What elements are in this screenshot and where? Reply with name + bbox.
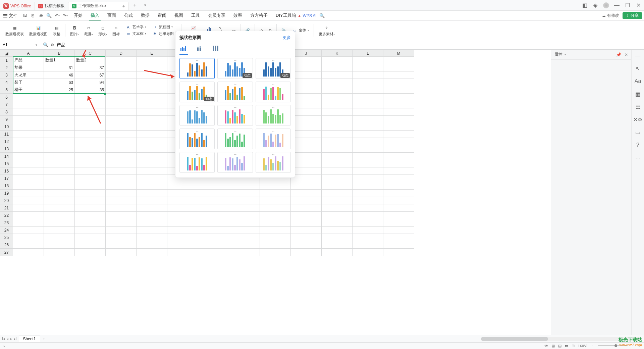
cell-A24[interactable] [13,227,44,234]
cell-K22[interactable] [322,212,353,219]
cell-J18[interactable] [291,182,322,190]
col-header-C[interactable]: C [75,50,106,57]
cell-M14[interactable] [383,153,414,160]
fullscreen-icon[interactable]: ⤢ [638,344,641,348]
search-icon[interactable]: 🔍 [319,13,325,18]
cell-E22[interactable] [137,212,167,219]
cell-K18[interactable] [322,182,353,190]
chart-template-14[interactable]: ▪▪▪ [256,152,291,173]
cell-J9[interactable] [291,116,322,123]
cell-B6[interactable] [44,94,75,101]
row-header-17[interactable]: 17 [0,175,13,182]
settings-icon[interactable]: ✕⚙ [635,116,641,123]
cell-A13[interactable] [13,145,44,153]
page-view-icon[interactable]: ▤ [558,344,561,348]
tab-start[interactable]: 开始 [72,11,84,20]
cell-M21[interactable] [383,204,414,212]
cell-A8[interactable] [13,108,44,116]
cell-F20[interactable] [167,197,198,204]
cell-M26[interactable] [383,241,414,249]
cell-M4[interactable] [383,79,414,86]
cell-M8[interactable] [383,108,414,116]
cell-A6[interactable] [13,94,44,101]
cell-E25[interactable] [137,234,167,241]
cell-I26[interactable] [260,241,291,249]
cell-L25[interactable] [353,234,383,241]
tab-square[interactable]: 方方格子 [249,11,269,20]
row-header-2[interactable]: 2 [0,64,13,71]
cell-A7[interactable] [13,101,44,108]
cell-C1[interactable]: 数量2 [75,57,106,64]
cube-icon[interactable]: ◈ [592,2,598,8]
cell-A9[interactable] [13,116,44,123]
cell-E26[interactable] [137,241,167,249]
chart-template-11[interactable]: ▪▪▪ [256,129,291,149]
cell-L26[interactable] [353,241,383,249]
cell-E23[interactable] [137,219,167,227]
cell-H25[interactable] [229,234,260,241]
row-header-13[interactable]: 13 [0,145,13,153]
chart-template-1[interactable]: ▪▪▪ 动态 [217,58,253,79]
cell-M12[interactable] [383,138,414,145]
table-button[interactable]: ▤表格 [51,22,62,39]
sheet-tab[interactable]: Sheet1 [19,336,40,342]
cell-H24[interactable] [229,227,260,234]
row-header-7[interactable]: 7 [0,101,13,108]
cell-G21[interactable] [198,204,229,212]
cell-C2[interactable]: 37 [75,64,106,71]
chart-template-13[interactable]: ▪▪▪ [217,152,253,173]
cell-B13[interactable] [44,145,75,153]
more-icon[interactable]: ⋯ [635,154,641,161]
cell-G24[interactable] [198,227,229,234]
cell-M19[interactable] [383,190,414,197]
tab-insert[interactable]: 插入 [89,11,101,20]
cell-C10[interactable] [75,123,106,131]
cell-L24[interactable] [353,227,383,234]
cell-J11[interactable] [291,131,322,138]
row-header-9[interactable]: 9 [0,116,13,123]
cell-D1[interactable] [106,57,137,64]
name-box[interactable]: A1▾ [0,43,40,47]
cell-E16[interactable] [137,167,167,175]
pivot-table-button[interactable]: ▦数据透视表 [3,22,26,39]
cell-B25[interactable] [44,234,75,241]
cell-G25[interactable] [198,234,229,241]
tab-diy[interactable]: DIY工具箱 [274,11,298,20]
cell-A22[interactable] [13,212,44,219]
cell-J4[interactable] [291,79,322,86]
minimize-icon[interactable]: — [614,2,620,8]
cell-H22[interactable] [229,212,260,219]
cell-B26[interactable] [44,241,75,249]
cell-A26[interactable] [13,241,44,249]
cell-J22[interactable] [291,212,322,219]
cell-E8[interactable] [137,108,167,116]
cell-D16[interactable] [106,167,137,175]
chart-template-0[interactable]: ▪▪▪ [179,58,215,79]
cell-I24[interactable] [260,227,291,234]
cell-C24[interactable] [75,227,106,234]
chart-template-7[interactable]: ▪▪▪ [217,105,253,126]
new-tab-button[interactable]: ＋ [129,2,141,9]
help-icon[interactable]: ? [635,142,641,148]
cell-B17[interactable] [44,175,75,182]
cell-K23[interactable] [322,219,353,227]
cell-B15[interactable] [44,160,75,167]
cell-B4[interactable]: 63 [44,79,75,86]
cell-I22[interactable] [260,212,291,219]
layout-icon[interactable]: ▦ [635,91,641,97]
row-header-14[interactable]: 14 [0,153,13,160]
cell-L13[interactable] [353,145,383,153]
cell-J15[interactable] [291,160,322,167]
eye-icon[interactable]: 👁 [544,344,548,348]
cell-D10[interactable] [106,123,137,131]
cell-J26[interactable] [291,241,322,249]
tab-efficiency[interactable]: 效率 [232,11,244,20]
cell-C14[interactable] [75,153,106,160]
row-header-4[interactable]: 4 [0,79,13,86]
cell-C19[interactable] [75,190,106,197]
file-tab[interactable]: S 工作簿数量.xlsx ● [68,2,129,10]
col-header-K[interactable]: K [322,50,353,57]
cell-G23[interactable] [198,219,229,227]
cell-G19[interactable] [198,190,229,197]
cell-L1[interactable] [353,57,383,64]
